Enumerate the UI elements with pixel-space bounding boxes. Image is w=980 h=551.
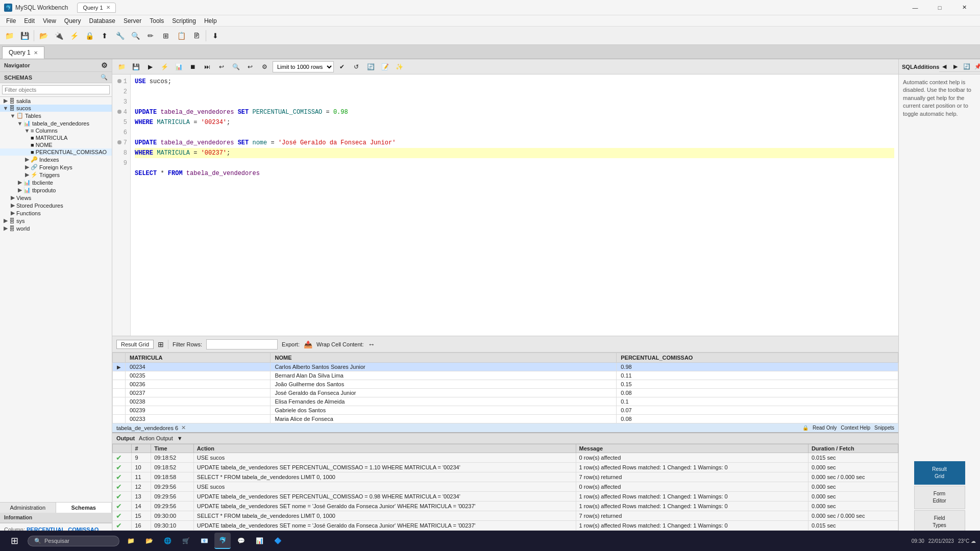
taskbar-store-icon[interactable]: 🛒 xyxy=(178,533,194,549)
taskbar-outlook-icon[interactable]: 📧 xyxy=(196,533,212,549)
taskbar-excel-icon[interactable]: 📊 xyxy=(251,533,267,549)
limit-select[interactable]: Limit to 1000 rows xyxy=(273,61,334,72)
menu-tools[interactable]: Tools xyxy=(145,16,168,26)
tree-item-indexes[interactable]: ▶ 🔑 Indexes xyxy=(0,156,112,163)
nav-back-btn[interactable]: ◀ xyxy=(939,61,949,71)
action-output-label[interactable]: Action Output xyxy=(139,435,173,441)
toolbar-btn-3[interactable]: ⚡ xyxy=(67,29,81,43)
tree-item-tbcliente[interactable]: ▶ 📊 tbcliente xyxy=(0,179,112,186)
menu-help[interactable]: Help xyxy=(200,16,221,26)
result-grid-tab[interactable]: Result Grid xyxy=(116,340,154,349)
toolbar-btn-6[interactable]: 🔧 xyxy=(113,29,127,43)
tree-item-foreign-keys[interactable]: ▶ 🔗 Foreign Keys xyxy=(0,163,112,171)
toggle-btn[interactable]: ↩ xyxy=(215,61,228,73)
tree-item-columns[interactable]: ▼ ≡ Columns xyxy=(0,127,112,134)
instance-tab-close[interactable]: ✕ xyxy=(106,5,110,10)
code-editor[interactable]: 1 2 3 4 5 6 7 8 9 USE sucos; UPDATE tabe… xyxy=(112,74,898,336)
export-icon[interactable]: 📤 xyxy=(304,340,312,348)
table-row[interactable]: 00238 Elisa Fernandes de Almeida 0.1 xyxy=(113,397,898,406)
save-btn[interactable]: 💾 xyxy=(17,29,32,43)
search-replace-btn[interactable]: 🔍 xyxy=(230,61,242,73)
snippets-btn[interactable]: Snippets xyxy=(874,425,894,431)
exec-btn[interactable]: ▶ xyxy=(144,61,156,73)
table-row[interactable]: ▶ 00234 Carlos Alberto Santos Soares Jun… xyxy=(113,363,898,371)
execute-all-btn[interactable]: ⚙ xyxy=(258,61,271,73)
skip-btn[interactable]: ⏭ xyxy=(201,61,213,73)
undo-btn[interactable]: ↩ xyxy=(244,61,256,73)
format-btn[interactable]: 📝 xyxy=(379,61,391,73)
tree-item-sucos[interactable]: ▼ 🗄 sucos xyxy=(0,105,112,112)
tree-item-percentual[interactable]: ■ PERCENTUAL_COMISSAO xyxy=(0,148,112,156)
query-tab-1[interactable]: Query 1 ✕ xyxy=(2,46,44,59)
commit-btn[interactable]: ✔ xyxy=(336,61,348,73)
output-row[interactable]: ✔ 9 09:18:52 USE sucos 0 row(s) affected… xyxy=(113,453,898,463)
taskbar-edge-icon[interactable]: 🌐 xyxy=(159,533,176,549)
nav-forward-btn[interactable]: ▶ xyxy=(950,61,961,71)
output-row[interactable]: ✔ 16 09:30:10 UPDATE tabela_de_vendedore… xyxy=(113,521,898,531)
tree-item-tabela-vendedores[interactable]: ▼ 📊 tabela_de_vendedores xyxy=(0,119,112,127)
table-tab-close[interactable]: ✕ xyxy=(181,424,186,431)
instance-tab[interactable]: Query 1 ✕ xyxy=(77,3,115,13)
taskbar-mysql-icon[interactable]: 🐬 xyxy=(214,533,231,549)
tree-item-sys[interactable]: ▶ 🗄 sys xyxy=(0,217,112,224)
open-model-btn[interactable]: 📂 xyxy=(36,29,51,43)
tree-item-tbproduto[interactable]: ▶ 📊 tbproduto xyxy=(0,186,112,194)
exec-selection-btn[interactable]: ⚡ xyxy=(158,61,170,73)
close-button[interactable]: ✕ xyxy=(952,0,976,15)
toolbar-btn-9[interactable]: ⊞ xyxy=(159,29,173,43)
output-table-wrap[interactable]: # Time Action Message Duration / Fetch ✔… xyxy=(112,444,898,540)
minimize-button[interactable]: — xyxy=(903,0,927,15)
search-bar[interactable]: 🔍 Pesquisar xyxy=(28,536,119,546)
table-row[interactable]: 00237 José Geraldo da Fonseca Junior 0.0… xyxy=(113,389,898,397)
table-tab-name[interactable]: tabela_de_vendedores 6 xyxy=(116,425,178,431)
toolbar-btn-2[interactable]: 🔌 xyxy=(52,29,66,43)
output-row[interactable]: ✔ 10 09:18:52 UPDATE tabela_de_vendedore… xyxy=(113,463,898,472)
rollback-btn[interactable]: ↺ xyxy=(350,61,362,73)
tree-item-functions[interactable]: ▶ Functions xyxy=(0,209,112,217)
result-data-grid[interactable]: MATRICULA NOME PERCENTUAL_COMISSAO ▶ 002… xyxy=(112,353,898,423)
nav-tab-administration[interactable]: Administration xyxy=(0,503,56,513)
stop-btn[interactable]: ⏹ xyxy=(187,61,199,73)
result-grid-tool-btn[interactable]: ResultGrid xyxy=(914,461,965,485)
taskbar-teams-icon[interactable]: 💬 xyxy=(233,533,249,549)
save-script-btn[interactable]: 💾 xyxy=(130,61,142,73)
navigator-settings-icon[interactable]: ⚙ xyxy=(101,61,108,69)
taskbar-explorer-icon[interactable]: 📂 xyxy=(141,533,157,549)
menu-database[interactable]: Database xyxy=(85,16,119,26)
tree-item-nome[interactable]: ■ NOME xyxy=(0,141,112,148)
auto-commit-btn[interactable]: 🔄 xyxy=(364,61,377,73)
output-row[interactable]: ✔ 12 09:29:56 USE sucos 0 row(s) affecte… xyxy=(113,482,898,492)
schemas-search-icon[interactable]: 🔍 xyxy=(101,74,108,81)
toolbar-btn-12[interactable]: ⬇ xyxy=(208,29,223,43)
toolbar-btn-5[interactable]: ⬆ xyxy=(97,29,112,43)
form-editor-tool-btn[interactable]: FormEditor xyxy=(914,486,965,509)
toolbar-btn-10[interactable]: 📋 xyxy=(174,29,188,43)
open-file-btn[interactable]: 📁 xyxy=(115,61,128,73)
menu-query[interactable]: Query xyxy=(60,16,85,26)
taskbar-files-icon[interactable]: 📁 xyxy=(122,533,139,549)
tree-item-views[interactable]: ▶ Views xyxy=(0,194,112,202)
tree-item-matricula[interactable]: ■ MATRICULA xyxy=(0,134,112,141)
filter-input[interactable] xyxy=(2,85,110,94)
nav-refresh-btn[interactable]: 🔄 xyxy=(962,61,972,71)
toolbar-btn-8[interactable]: ✏ xyxy=(143,29,158,43)
output-row[interactable]: ✔ 11 09:18:58 SELECT * FROM tabela_de_ve… xyxy=(113,472,898,482)
tree-item-sakila[interactable]: ▶ 🗄 sakila xyxy=(0,97,112,105)
table-row[interactable]: 00236 João Guilherme dos Santos 0.15 xyxy=(113,380,898,389)
toolbar-btn-4[interactable]: 🔒 xyxy=(82,29,96,43)
tree-item-tables[interactable]: ▼ 📋 Tables xyxy=(0,112,112,119)
nav-pin-btn[interactable]: 📌 xyxy=(973,61,980,71)
new-connection-btn[interactable]: 📁 xyxy=(2,29,16,43)
filter-rows-input[interactable] xyxy=(206,339,278,349)
maximize-button[interactable]: □ xyxy=(928,0,951,15)
tree-item-triggers[interactable]: ▶ ⚡ Triggers xyxy=(0,171,112,179)
code-content[interactable]: USE sucos; UPDATE tabela_de_vendedores S… xyxy=(131,74,898,336)
output-row[interactable]: ✔ 13 09:29:56 UPDATE tabela_de_vendedore… xyxy=(113,492,898,502)
table-row[interactable]: 00239 Gabriele dos Santos 0.07 xyxy=(113,406,898,415)
beautify-btn[interactable]: ✨ xyxy=(393,61,405,73)
menu-server[interactable]: Server xyxy=(119,16,145,26)
output-row[interactable]: ✔ 15 09:30:00 SELECT * FROM tabela_de_ve… xyxy=(113,511,898,521)
windows-start-btn[interactable]: ⊞ xyxy=(4,532,24,550)
menu-edit[interactable]: Edit xyxy=(20,16,39,26)
toolbar-btn-7[interactable]: 🔍 xyxy=(128,29,142,43)
